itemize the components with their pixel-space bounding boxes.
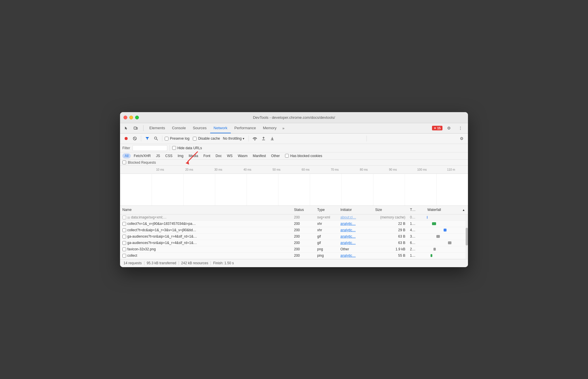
timeline-ticks: 10 ms 20 ms 30 ms 40 ms 50 ms 60 ms 70 m… — [146, 168, 466, 171]
has-blocked-cookies-checkbox[interactable] — [285, 154, 289, 158]
row-checkbox-0[interactable] — [122, 216, 126, 219]
tick-10ms: 10 ms — [146, 168, 175, 171]
td-time-1: 1… — [408, 222, 425, 226]
wifi-icon[interactable] — [251, 135, 259, 142]
filter-toggle-button[interactable] — [144, 135, 151, 142]
th-name[interactable]: Name — [120, 208, 292, 212]
timeline-area — [120, 174, 468, 206]
device-toggle-icon[interactable] — [132, 124, 140, 132]
preserve-log-label[interactable]: Preserve log — [165, 136, 189, 141]
clear-button[interactable] — [131, 135, 139, 142]
svg-line-3 — [134, 138, 136, 139]
type-btn-all[interactable]: All — [122, 153, 131, 158]
type-btn-manifest[interactable]: Manifest — [251, 153, 268, 158]
th-status[interactable]: Status — [292, 208, 315, 212]
td-size-4: 63 B — [373, 241, 408, 245]
disable-cache-label[interactable]: Disable cache — [193, 136, 220, 141]
filter-input[interactable] — [133, 145, 167, 151]
type-btn-ws[interactable]: WS — [225, 153, 235, 158]
hide-data-urls-checkbox[interactable] — [172, 146, 176, 150]
tick-80ms: 80 ms — [349, 168, 378, 171]
hide-data-urls-label[interactable]: Hide data URLs — [172, 146, 202, 150]
type-btn-fetch-xhr[interactable]: Fetch/XHR — [131, 153, 153, 158]
td-time-2: 4… — [408, 228, 425, 232]
th-time[interactable]: T… — [408, 208, 425, 212]
tab-sources[interactable]: Sources — [189, 123, 210, 133]
more-options-icon[interactable]: ⋮ — [456, 124, 464, 132]
row-checkbox-6[interactable] — [122, 254, 126, 258]
tick-20ms: 20 ms — [175, 168, 204, 171]
error-badge[interactable]: ✕ 15 — [432, 126, 442, 130]
tick-50ms: 50 ms — [262, 168, 291, 171]
td-waterfall-4 — [425, 241, 460, 244]
preserve-log-checkbox[interactable] — [165, 137, 168, 141]
td-time-3: 3… — [408, 234, 425, 238]
th-sort[interactable]: ▲ — [460, 208, 468, 212]
table-row[interactable]: ga-audiences?t=sr&aip=1&_r=4&slf_rd=1&… … — [120, 240, 468, 246]
table-row[interactable]: ▤ data:image/svg+xml;… 200 svg+xml about… — [120, 214, 468, 221]
download-icon[interactable] — [268, 135, 276, 142]
devtools-window: DevTools - developer.chrome.com/docs/dev… — [120, 112, 468, 267]
maximize-button[interactable] — [135, 116, 139, 119]
close-button[interactable] — [124, 116, 127, 119]
cursor-icon[interactable] — [122, 124, 130, 132]
type-btn-font[interactable]: Font — [201, 153, 213, 158]
th-type[interactable]: Type — [315, 208, 338, 212]
tab-elements[interactable]: Elements — [146, 123, 168, 133]
row-checkbox-3[interactable] — [122, 235, 126, 238]
type-btn-other[interactable]: Other — [269, 153, 282, 158]
td-initiator-0[interactable]: about:cl… — [338, 215, 373, 219]
td-initiator-6[interactable]: analytic… — [338, 254, 373, 258]
settings-icon[interactable]: ⚙ — [445, 124, 453, 132]
th-waterfall[interactable]: Waterfall — [425, 208, 460, 212]
throttle-select[interactable]: No throttling ▾ — [221, 136, 246, 141]
row-checkbox-1[interactable] — [122, 222, 126, 226]
row-checkbox-5[interactable] — [122, 247, 126, 251]
table-row[interactable]: collect?v=1&_v=j90&a=1837457034&t=pa… 20… — [120, 221, 468, 227]
td-initiator-3[interactable]: analytic… — [338, 234, 373, 238]
tab-console[interactable]: Console — [168, 123, 189, 133]
record-button[interactable]: ⏺ — [122, 135, 130, 142]
type-btn-doc[interactable]: Doc — [213, 153, 224, 158]
td-initiator-1[interactable]: analytic… — [338, 222, 373, 226]
th-initiator[interactable]: Initiator — [338, 208, 373, 212]
td-initiator-4[interactable]: analytic… — [338, 241, 373, 245]
type-btn-wasm[interactable]: Wasm — [235, 153, 250, 158]
td-waterfall-5 — [425, 248, 460, 251]
td-name-3: ga-audiences?t=sr&aip=1&_r=4&slf_rd=1&… — [120, 234, 292, 238]
table-row[interactable]: collect 200 ping analytic… 55 B 1… — [120, 253, 468, 259]
td-size-6: 55 B — [373, 254, 408, 258]
network-settings-icon[interactable]: ⚙ — [458, 135, 466, 142]
row-checkbox-4[interactable] — [122, 241, 126, 245]
blocked-requests-checkbox[interactable] — [122, 161, 126, 164]
type-btn-js[interactable]: JS — [154, 153, 162, 158]
td-initiator-2[interactable]: analytic… — [338, 228, 373, 232]
tick-90ms: 90 ms — [378, 168, 407, 171]
svg-point-4 — [155, 137, 157, 139]
th-size[interactable]: Size — [373, 208, 408, 212]
minimize-button[interactable] — [129, 116, 133, 119]
td-status-6: 200 — [292, 254, 315, 258]
type-btn-img[interactable]: Img — [175, 153, 186, 158]
row-checkbox-2[interactable] — [122, 228, 126, 232]
toolbar-sep-1 — [141, 136, 141, 141]
type-btn-media[interactable]: Media — [186, 153, 201, 158]
type-btn-css[interactable]: CSS — [163, 153, 175, 158]
tick-60ms: 60 ms — [291, 168, 320, 171]
scrollbar-track[interactable] — [466, 214, 468, 259]
upload-icon[interactable] — [260, 135, 267, 142]
tick-70ms: 70 ms — [320, 168, 349, 171]
blocked-requests-row: Blocked Requests — [120, 160, 468, 166]
tab-memory[interactable]: Memory — [259, 123, 280, 133]
table-row[interactable]: ga-audiences?t=sr&aip=1&_r=4&slf_rd=1&… … — [120, 234, 468, 240]
table-row[interactable]: collect?t=dc&aip=1&_r=3&v=1&_v=j90&tid… … — [120, 227, 468, 234]
tab-network[interactable]: Network — [210, 123, 231, 133]
td-name-2: collect?t=dc&aip=1&_r=3&v=1&_v=j90&tid… — [120, 228, 292, 232]
scrollbar-thumb[interactable] — [466, 228, 468, 246]
blocked-requests-label: Blocked Requests — [128, 161, 156, 165]
table-row[interactable]: favicon-32x32.png 200 png Other 1.9 kB 2… — [120, 246, 468, 253]
tab-more[interactable]: » — [280, 123, 287, 133]
disable-cache-checkbox[interactable] — [193, 137, 197, 141]
tab-performance[interactable]: Performance — [231, 123, 259, 133]
search-button[interactable] — [152, 135, 160, 142]
